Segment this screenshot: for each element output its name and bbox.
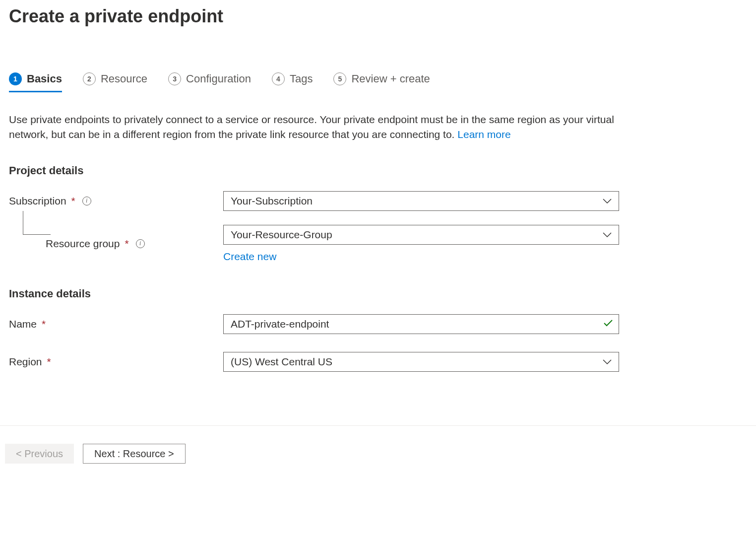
tab-review-create[interactable]: 5 Review + create [333, 72, 430, 91]
name-label: Name * [9, 318, 223, 330]
info-icon[interactable]: i [136, 239, 145, 248]
next-button[interactable]: Next : Resource > [83, 444, 186, 464]
tab-basics[interactable]: 1 Basics [9, 72, 62, 91]
required-indicator: * [71, 195, 75, 207]
tab-number-icon: 1 [9, 72, 22, 85]
region-label: Region * [9, 356, 223, 368]
tab-number-icon: 2 [83, 72, 96, 85]
tab-resource[interactable]: 2 Resource [83, 72, 147, 91]
create-new-link[interactable]: Create new [223, 251, 619, 263]
instance-details-heading: Instance details [9, 287, 742, 300]
check-icon [603, 319, 613, 329]
resource-group-label: Resource group * i [9, 238, 223, 250]
description-text: Use private endpoints to privately conne… [9, 112, 619, 142]
required-indicator: * [47, 356, 51, 368]
project-details-heading: Project details [9, 164, 742, 177]
tree-connector-icon [23, 211, 51, 235]
name-input[interactable] [223, 314, 619, 334]
tab-number-icon: 5 [333, 72, 346, 85]
previous-button: < Previous [5, 444, 74, 464]
resource-group-select[interactable]: Your-Resource-Group [223, 225, 619, 245]
chevron-down-icon [603, 359, 612, 365]
region-select[interactable]: (US) West Central US [223, 352, 619, 372]
wizard-tabs: 1 Basics 2 Resource 3 Configuration 4 Ta… [9, 72, 742, 91]
tab-label: Review + create [351, 72, 430, 85]
subscription-select[interactable]: Your-Subscription [223, 191, 619, 211]
tab-tags[interactable]: 4 Tags [272, 72, 313, 91]
chevron-down-icon [603, 232, 612, 238]
tab-number-icon: 4 [272, 72, 285, 85]
tab-label: Basics [27, 72, 62, 85]
wizard-footer: < Previous Next : Resource > [0, 425, 756, 464]
page-title: Create a private endpoint [9, 6, 742, 27]
required-indicator: * [42, 318, 46, 330]
tab-label: Tags [290, 72, 313, 85]
tab-number-icon: 3 [168, 72, 181, 85]
tab-label: Configuration [186, 72, 251, 85]
subscription-label: Subscription * i [9, 195, 223, 207]
required-indicator: * [125, 238, 128, 250]
tab-label: Resource [101, 72, 147, 85]
tab-configuration[interactable]: 3 Configuration [168, 72, 251, 91]
chevron-down-icon [603, 198, 612, 204]
info-icon[interactable]: i [82, 197, 91, 205]
learn-more-link[interactable]: Learn more [457, 129, 510, 140]
